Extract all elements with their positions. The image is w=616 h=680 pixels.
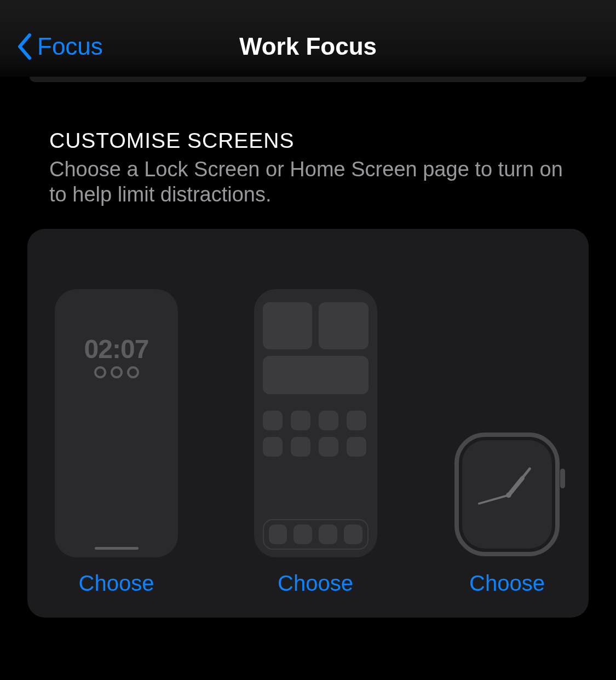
choose-watch-face-button[interactable]: Choose (469, 571, 545, 596)
back-label: Focus (37, 33, 103, 60)
svg-line-2 (509, 479, 522, 495)
previous-card-edge (30, 77, 586, 82)
back-button[interactable]: Focus (16, 33, 103, 60)
page-title: Work Focus (239, 33, 377, 60)
section-description: Choose a Lock Screen or Home Screen page… (49, 157, 567, 207)
watch-face-column: Choose (453, 431, 561, 596)
section-title: CUSTOMISE SCREENS (49, 129, 567, 153)
lock-screen-time: 02:07 (55, 334, 178, 364)
nav-header: Focus Work Focus (0, 0, 616, 77)
watch-body (454, 433, 560, 556)
dock-icon-placeholder (269, 525, 287, 544)
widget-row (263, 302, 369, 349)
lock-screen-preview[interactable]: 02:07 (55, 289, 178, 557)
section-intro: CUSTOMISE SCREENS Choose a Lock Screen o… (27, 129, 589, 207)
watch-hands-icon (462, 440, 552, 546)
dock-icon-placeholder (344, 525, 362, 544)
dock (263, 519, 369, 550)
circle-icon (127, 366, 139, 378)
home-screen-preview[interactable] (254, 289, 377, 557)
watch-crown-icon (560, 469, 565, 488)
dock-icon-placeholder (293, 525, 312, 544)
watch-face (462, 440, 552, 549)
app-icon-placeholder (347, 437, 366, 457)
app-icon-placeholder (263, 437, 283, 457)
circle-icon (94, 366, 106, 378)
svg-point-3 (506, 493, 511, 498)
app-icon-placeholder (291, 411, 310, 430)
watch-face-preview[interactable] (453, 431, 561, 557)
screen-previews-row: 02:07 Choose (55, 289, 561, 596)
content-area: CUSTOMISE SCREENS Choose a Lock Screen o… (0, 77, 616, 618)
dock-icon-placeholder (319, 525, 337, 544)
home-screen-column: Choose (254, 289, 377, 596)
chevron-left-icon (16, 33, 33, 60)
lock-screen-column: 02:07 Choose (55, 289, 178, 596)
widget-placeholder (263, 302, 313, 349)
app-icon-grid (263, 411, 369, 457)
home-indicator-icon (95, 547, 139, 550)
app-icon-placeholder (263, 411, 283, 430)
svg-line-0 (479, 495, 509, 504)
choose-lock-screen-button[interactable]: Choose (79, 571, 154, 596)
app-icon-placeholder (319, 437, 338, 457)
app-icon-placeholder (291, 437, 310, 457)
choose-home-screen-button[interactable]: Choose (278, 571, 353, 596)
lock-screen-complication-dots (55, 366, 178, 378)
widget-placeholder-wide (263, 356, 369, 394)
app-icon-placeholder (347, 411, 366, 430)
customise-screens-card: 02:07 Choose (27, 229, 589, 618)
app-icon-placeholder (319, 411, 338, 430)
widget-placeholder (319, 302, 369, 349)
circle-icon (111, 366, 123, 378)
